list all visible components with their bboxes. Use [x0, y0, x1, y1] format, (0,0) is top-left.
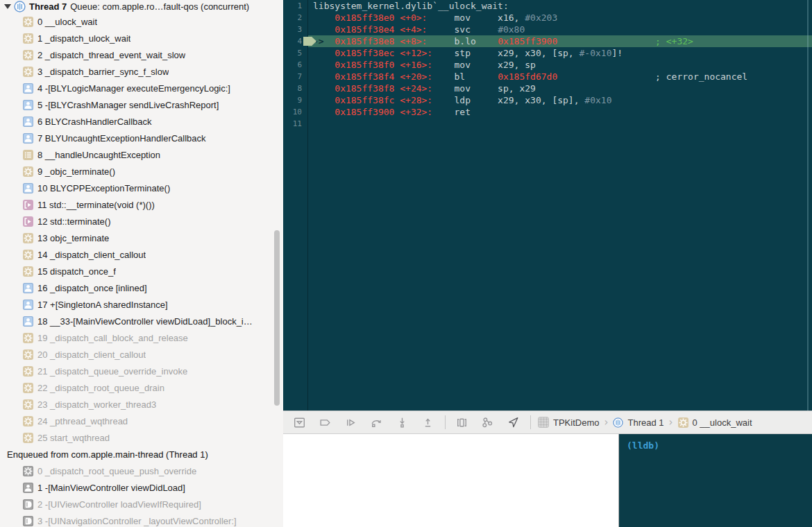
stack-frame[interactable]: 25 start_wqthread	[0, 429, 283, 446]
stack-frame[interactable]: 1 _dispatch_ulock_wait	[0, 30, 283, 46]
instruction-text: -> 0x185ff38e8 <+8>: b.lo 0x185ff3900 ; …	[308, 35, 812, 47]
frame-label: 24 _pthread_wqthread	[37, 416, 128, 426]
step-out-button[interactable]	[418, 414, 437, 431]
breadcrumb-item[interactable]: TPKitDemo	[538, 417, 599, 428]
thread-queue-label: Queue: com.apple.ro…fault-qos (concurren…	[70, 1, 249, 12]
frame-label: 2 -[UIViewController loadViewIfRequired]	[37, 499, 201, 510]
stack-frame[interactable]: 19 _dispatch_call_block_and_release	[0, 329, 283, 346]
stack-frame[interactable]: 0 _dispatch_root_queue_push_override	[0, 463, 283, 479]
variables-view[interactable]	[283, 434, 619, 527]
frame-label: 0 _dispatch_root_queue_push_override	[37, 466, 196, 476]
disclosure-triangle-icon[interactable]	[4, 4, 11, 9]
disassembly-editor[interactable]: 1libsystem_kernel.dylib`__ulock_wait:2 0…	[283, 0, 812, 411]
stack-frame[interactable]: 17 +[SingletonA sharedInstance]	[0, 296, 283, 313]
hide-debug-area-button[interactable]	[290, 414, 308, 431]
cpp-icon	[23, 216, 33, 227]
enqueued-from-header: Enqueued from com.apple.main-thread (Thr…	[0, 446, 283, 463]
line-number[interactable]: 2	[283, 12, 308, 24]
code-line[interactable]: 5 0x185ff38ec <+12>: stp x29, x30, [sp, …	[283, 47, 812, 59]
code-line[interactable]: 2 0x185ff38e0 <+0>: mov x16, #0x203	[283, 12, 812, 24]
breakpoints-toggle-button[interactable]	[316, 414, 334, 431]
stack-frame[interactable]: 2 -[UIViewController loadViewIfRequired]	[0, 496, 283, 512]
continue-button[interactable]	[341, 414, 360, 431]
line-number[interactable]: 7	[283, 71, 308, 83]
step-out-icon	[421, 415, 435, 430]
frame-label: 2 _dispatch_thread_event_wait_slow	[37, 50, 185, 60]
gear-icon	[678, 417, 688, 428]
person-icon	[23, 116, 33, 127]
stack-frame[interactable]: 16 _dispatch_once [inlined]	[0, 279, 283, 296]
gear-icon	[23, 233, 33, 243]
line-number[interactable]: 11	[283, 118, 308, 130]
stack-frame[interactable]: 10 BLYCPPExceptionTerminate()	[0, 180, 283, 196]
person-icon	[23, 133, 33, 144]
line-number[interactable]: 9	[283, 94, 308, 106]
person-icon	[23, 283, 33, 293]
stack-frame[interactable]: 9 _objc_terminate()	[0, 163, 283, 180]
stack-frame[interactable]: 18 __33-[MainViewController viewDidLoad]…	[0, 313, 283, 329]
stack-frame[interactable]: 14 _dispatch_client_callout	[0, 246, 283, 263]
stack-frame[interactable]: 22 _dispatch_root_queue_drain	[0, 379, 283, 396]
stack-frame[interactable]: 11 std::__terminate(void (*)())	[0, 196, 283, 213]
frame-label: 10 BLYCPPExceptionTerminate()	[37, 183, 170, 193]
stack-frame[interactable]: 0 __ulock_wait	[0, 13, 283, 30]
frame-label: 14 _dispatch_client_callout	[37, 250, 146, 260]
stack-frame[interactable]: 13 objc_terminate	[0, 230, 283, 246]
line-number[interactable]: 8	[283, 83, 308, 94]
line-number[interactable]: 1	[283, 0, 308, 12]
debug-console-area: (lldb)	[283, 434, 812, 527]
stack-frame[interactable]: 7 BLYUncaughtExceptionHandlerCallback	[0, 130, 283, 146]
frame-label: 7 BLYUncaughtExceptionHandlerCallback	[37, 133, 206, 144]
stack-frame[interactable]: 3 -[UINavigationController _layoutViewCo…	[0, 512, 283, 527]
stack-frame[interactable]: 4 -[BLYLogicManager executeEmergencyLogi…	[0, 80, 283, 96]
stack-frame[interactable]: 12 std::terminate()	[0, 213, 283, 230]
stack-frame[interactable]: 20 _dispatch_client_callout	[0, 346, 283, 363]
memory-graph-button[interactable]	[478, 414, 496, 431]
stack-frame[interactable]: 8 __handleUncaughtException	[0, 146, 283, 163]
list-icon	[23, 150, 33, 160]
line-number[interactable]: 3	[283, 24, 308, 35]
thread-header[interactable]: Thread 7 Queue: com.apple.ro…fault-qos (…	[0, 0, 283, 13]
editor-scrollbar[interactable]	[807, 0, 809, 411]
code-line[interactable]: 8 0x185ff38f8 <+24>: mov sp, x29	[283, 83, 812, 94]
code-line[interactable]: 9 0x185ff38fc <+28>: ldp x29, x30, [sp],…	[283, 94, 812, 106]
breadcrumb-item[interactable]: Thread 1	[613, 417, 663, 428]
code-line[interactable]: 10 0x185ff3900 <+32>: ret	[283, 106, 812, 118]
step-into-button[interactable]	[393, 414, 411, 431]
stack-frame[interactable]: 15 dispatch_once_f	[0, 263, 283, 279]
stack-frame[interactable]: 24 _pthread_wqthread	[0, 413, 283, 429]
instruction-text: 0x185ff38f8 <+24>: mov sp, x29	[308, 83, 812, 94]
line-number[interactable]: 10	[283, 106, 308, 118]
frame-label: 21 _dispatch_queue_override_invoke	[37, 366, 187, 377]
instruction-text: 0x185ff38ec <+12>: stp x29, x30, [sp, #-…	[308, 47, 812, 59]
stack-frame[interactable]: 2 _dispatch_thread_event_wait_slow	[0, 46, 283, 63]
debug-view-hierarchy-button[interactable]	[452, 414, 471, 431]
frame-label: 17 +[SingletonA sharedInstance]	[37, 300, 168, 310]
code-line[interactable]: 1libsystem_kernel.dylib`__ulock_wait:	[283, 0, 812, 12]
toolbar-separator	[445, 415, 446, 429]
current-instruction-line[interactable]: 4-> 0x185ff38e8 <+8>: b.lo 0x185ff3900 ;…	[283, 35, 812, 47]
step-over-button[interactable]	[367, 414, 385, 431]
code-line[interactable]: 11	[283, 118, 812, 130]
breadcrumb-chevron-icon: ›	[669, 416, 673, 429]
stack-frame[interactable]: 23 _dispatch_worker_thread3	[0, 396, 283, 413]
gear-icon	[23, 399, 33, 410]
line-number[interactable]: 6	[283, 59, 308, 71]
stack-frame[interactable]: 5 -[BLYCrashManager sendLiveCrashReport]	[0, 96, 283, 113]
thread-icon	[14, 1, 26, 12]
frame-label: 16 _dispatch_once [inlined]	[37, 283, 147, 293]
breadcrumb-item[interactable]: 0 __ulock_wait	[678, 417, 752, 428]
frame-label: 5 -[BLYCrashManager sendLiveCrashReport]	[37, 100, 219, 110]
code-line[interactable]: 3 0x185ff38e4 <+4>: svc #0x80	[283, 24, 812, 35]
stack-frame[interactable]: 6 BLYCrashHandlerCallback	[0, 113, 283, 130]
code-line[interactable]: 6 0x185ff38f0 <+16>: mov x29, sp	[283, 59, 812, 71]
thread-title: Thread 7	[29, 1, 67, 12]
stack-frame[interactable]: 1 -[MainViewController viewDidLoad]	[0, 479, 283, 496]
lldb-console[interactable]: (lldb)	[619, 434, 812, 527]
line-number[interactable]: 5	[283, 47, 308, 59]
code-line[interactable]: 7 0x185ff38f4 <+20>: bl 0x185fd67d0 ; ce…	[283, 71, 812, 83]
sidebar-scrollbar[interactable]	[274, 230, 280, 406]
stack-frame[interactable]: 3 _dispatch_barrier_sync_f_slow	[0, 63, 283, 80]
stack-frame[interactable]: 21 _dispatch_queue_override_invoke	[0, 363, 283, 379]
simulate-location-button[interactable]	[504, 414, 522, 431]
